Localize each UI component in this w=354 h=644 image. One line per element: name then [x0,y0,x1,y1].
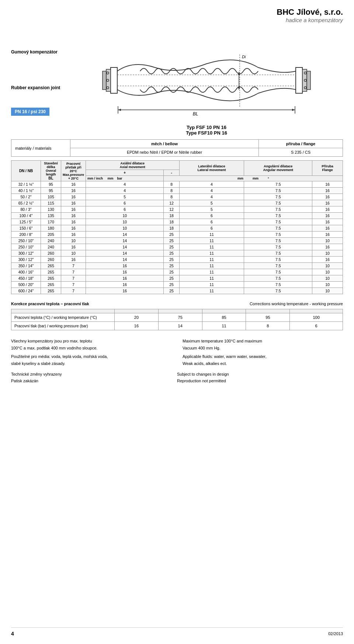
cell-minus: 25 [164,288,179,294]
cell-plus: 14 [86,257,164,263]
page-number: 4 [11,631,14,637]
cell-bar: 16 [61,244,86,250]
cell-pn: 10 [312,263,343,269]
cell-bar: 16 [61,181,86,188]
cell-lat: 4 [179,194,244,200]
cell-plus: 14 [86,244,164,250]
cell-dn: 150 / 6" [11,225,41,232]
cell-bl: 180 [41,225,61,232]
corr-row1-val4: 95 [246,313,290,322]
cell-dn: 100 / 4" [11,213,41,219]
cell-pn: 16 [312,200,343,206]
cell-pn: 16 [312,244,343,250]
note1b-cs: 100°C a max. podtlak 400 mm vodního slou… [11,345,171,352]
cell-ang: 7.5 [244,200,312,206]
cell-bl: 240 [41,244,61,250]
cell-bl: 265 [41,282,61,288]
cell-pn: 10 [312,269,343,275]
table-row: 300 / 12" 260 10 14 25 11 7.5 10 [11,250,343,257]
cell-minus: 25 [164,232,179,238]
th-pracovni: Pracovní přetlak při 20°C Max.pressure +… [61,161,86,181]
cell-bl: 105 [41,194,61,200]
corr-th-85 [202,309,246,313]
cell-dn: 350 / 14" [11,263,41,269]
cell-lat: 11 [179,232,244,238]
cell-plus: 10 [86,213,164,219]
corr-row2-label: Pracovní tlak (bar) / working pressure (… [11,322,115,330]
cell-bl: 95 [41,181,61,188]
table-row: 50 / 2" 105 16 5 8 4 7.5 16 [11,194,343,200]
svg-rect-2 [103,71,106,90]
bellow-header: měch / bellow [151,142,178,146]
tech1-en: Subject to changes in design [177,371,343,378]
cell-plus: 6 [86,200,164,206]
cell-minus: 25 [164,282,179,288]
cell-minus: 8 [164,194,179,200]
corr-th-20 [115,309,159,313]
cell-dn: 600 / 24" [11,288,41,294]
cell-ang: 7.5 [244,288,312,294]
cell-bl: 265 [41,269,61,275]
cell-lat: 11 [179,282,244,288]
cell-ang: 7.5 [244,257,312,263]
table-row: 250 / 10" 240 10 14 25 11 7.5 10 [11,238,343,244]
svg-text:Di: Di [242,55,246,59]
table-row: 600 / 24" 265 7 16 25 11 7.5 10 [11,288,343,294]
cell-pn: 16 [312,225,343,232]
cell-minus: 25 [164,275,179,282]
cell-dn: 50 / 2" [11,194,41,200]
cell-lat: 4 [179,181,244,188]
cell-pn: 16 [312,219,343,225]
table-row: 450 / 18" 265 7 16 25 11 7.5 10 [11,275,343,282]
corr-th-95 [246,309,290,313]
corr-row2-val2: 14 [158,322,202,330]
note1-en: Maximum temperature 100°C and maximum [183,338,343,345]
th-dn-nb: DN / NB [11,161,41,181]
cell-lat: 5 [179,200,244,206]
cell-bar: 7 [61,275,86,282]
note2b-cs: slabé kyseliny a slabé zásady. [11,360,171,367]
cell-bl: 240 [41,238,61,244]
cell-dn: 80 / 3" [11,206,41,213]
cell-plus: 16 [86,282,164,288]
company-name: BHC Jílové, s.r.o. [11,7,343,17]
cell-lat: 11 [179,238,244,244]
cell-bl: 265 [41,275,61,282]
cell-bl: 135 [41,213,61,219]
cell-bar: 10 [61,250,86,257]
technical-drawing: Di BL [96,38,317,123]
cell-plus: 16 [86,263,164,269]
cell-pn: 16 [312,257,343,263]
table-row: 300 / 12" 260 16 14 25 11 7.5 16 [11,257,343,263]
tech2-cs: Patisk zakázán [11,377,177,384]
cell-dn: 250 / 10" [11,238,41,244]
cell-ang: 7.5 [244,263,312,269]
cell-pn: 16 [312,232,343,238]
th-plus: + [86,170,164,176]
cell-minus: 8 [164,188,179,194]
cell-plus: 16 [86,288,164,294]
cell-minus: 25 [164,257,179,263]
cell-minus: 8 [164,181,179,188]
cell-bl: 265 [41,263,61,269]
cell-lat: 11 [179,263,244,269]
cell-bl: 260 [41,257,61,263]
cell-lat: 11 [179,244,244,250]
th-unit-mm-inch: mm / inch mm bar [86,176,164,181]
footer-technical: Technické změny vyhrazeny Patisk zakázán… [11,371,343,384]
cell-plus: 6 [86,206,164,213]
table-row: 400 / 16" 265 7 16 25 11 7.5 10 [11,269,343,275]
pn-label: PN 16 / psi 230 [11,108,49,116]
cell-bl: 130 [41,206,61,213]
cell-minus: 25 [164,238,179,244]
flange-header: příruba / flange [286,142,315,146]
correction-table: Pracovní teplota (°C) / working temperat… [11,309,343,330]
cell-bar: 16 [61,232,86,238]
cell-pn: 10 [312,238,343,244]
table-row: 350 / 14" 265 7 16 25 11 7.5 10 [11,263,343,269]
drawing-area: Di BL Typ FSF 10 PN 16 Type FSF10 PN 16 [70,38,343,136]
company-subtitle: hadice a kompenzátory [11,17,343,23]
cell-bar: 16 [61,257,86,263]
cell-ang: 7.5 [244,194,312,200]
cell-ang: 7.5 [244,181,312,188]
